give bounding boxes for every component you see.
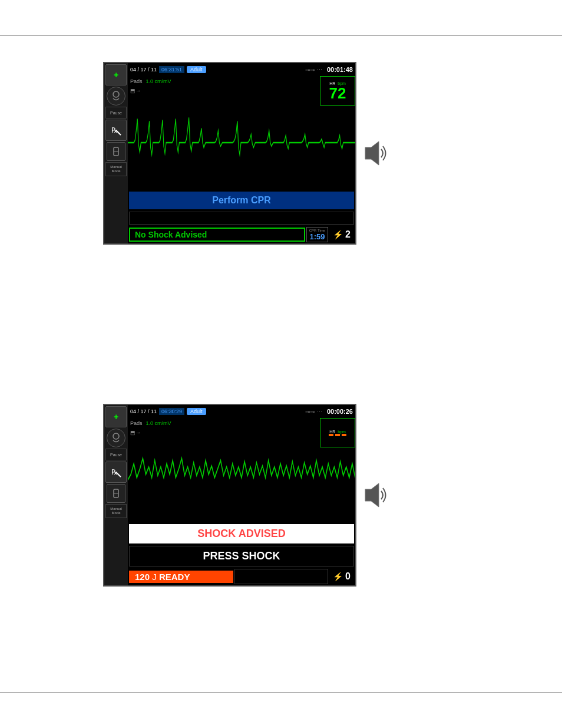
shock-count-1: 2	[345, 229, 351, 240]
svg-point-0	[113, 91, 119, 97]
circle-button-1[interactable]	[107, 87, 125, 106]
ready-label: READY	[159, 572, 190, 582]
date-2: 04 / 17 / 11	[130, 409, 157, 414]
ecg-waveform-1	[128, 95, 355, 190]
lead-info-2: Pads 1.0 cm/mV HR bpm	[128, 418, 355, 429]
pause-button-1[interactable]: Pause	[105, 107, 127, 118]
hr-dashes-2	[329, 434, 346, 436]
shock-advised-msg: SHOCK ADVISED	[129, 524, 354, 543]
left-sidebar-2: + Pause ℞ Manual Mode	[104, 405, 128, 585]
speaker-icon-2	[362, 480, 389, 510]
wifi-icon-2: ⊸⊸	[305, 409, 315, 415]
status-bar-1: 04 / 17 / 11 06:31:51 Adult ⊸⊸ ⋯ 00:01:4…	[128, 63, 355, 76]
cpr-message-1: Perform CPR	[129, 192, 354, 209]
joules-unit: J	[152, 572, 157, 582]
bottom-bar-1: No Shock Advised CPR Time 1:59 ⚡ 2	[128, 226, 355, 243]
elapsed-2: 00:00:26	[327, 408, 353, 415]
signal-dots-2: ⋯	[317, 409, 322, 414]
empty-bar-1	[129, 212, 354, 225]
ecg-area-2	[128, 437, 355, 523]
rx-button-1[interactable]: ℞	[105, 120, 127, 141]
lead-label-2: Pads	[130, 420, 143, 426]
svg-marker-11	[365, 483, 379, 507]
manual-mode-button-2[interactable]: Manual Mode	[105, 504, 127, 518]
main-display-2: 04 / 17 / 11 06:30:29 Adult ⊸⊸ ⋯ 00:00:2…	[128, 405, 355, 585]
cpr-time-box-1: CPR Time 1:59	[306, 227, 328, 242]
ready-box-2: 120 J READY	[129, 571, 233, 583]
printer-icon-2: ⬒→	[130, 430, 141, 436]
hr-dash-3	[342, 434, 346, 436]
printer-icon-1: ⬒→	[130, 88, 141, 94]
mode-2: Adult	[187, 408, 206, 415]
time-2: 06:30:29	[159, 408, 184, 415]
shock-count-box-1: ⚡ 2	[329, 229, 354, 240]
lightning-icon-2: ⚡	[333, 572, 343, 581]
lead-label-1: Pads	[130, 78, 143, 84]
speaker-2	[362, 480, 389, 510]
joules-value: 120	[135, 572, 150, 582]
shock-count-2: 0	[345, 571, 351, 582]
drug-button-2[interactable]	[107, 484, 125, 503]
device1-container: + Pause ℞ Manual Mode	[103, 62, 389, 245]
svg-point-6	[113, 433, 119, 439]
device2-container: + Pause ℞ Manual Mode	[103, 404, 389, 587]
hr-dash-1	[329, 434, 333, 436]
mode-1: Adult	[187, 66, 206, 73]
hr-label-2: HR	[329, 430, 335, 434]
ecg-area-1	[128, 95, 355, 190]
elapsed-1: 00:01:48	[327, 66, 353, 73]
left-sidebar-1: + Pause ℞ Manual Mode	[104, 63, 128, 243]
ecg-waveform-2	[128, 437, 355, 523]
manual-mode-button-1[interactable]: Manual Mode	[105, 162, 127, 176]
aed-screen-1: + Pause ℞ Manual Mode	[103, 62, 356, 245]
bottom-divider	[0, 692, 562, 693]
shock-count-box-2: ⚡ 0	[329, 571, 354, 582]
lightning-icon-1: ⚡	[333, 230, 343, 239]
aed-screen-2: + Pause ℞ Manual Mode	[103, 404, 356, 587]
plus-button-2[interactable]: +	[105, 406, 127, 427]
status-bar-2: 04 / 17 / 11 06:30:29 Adult ⊸⊸ ⋯ 00:00:2…	[128, 405, 355, 418]
time-1: 06:31:51	[159, 66, 184, 73]
circle-button-2[interactable]	[107, 429, 125, 447]
lead-info-1: Pads 1.0 cm/mV HR bpm 72	[128, 76, 355, 87]
signal-dots-1: ⋯	[317, 67, 322, 73]
ready-bar-2: 120 J READY ⚡ 0	[128, 568, 355, 585]
rx-button-2[interactable]: ℞	[105, 462, 127, 483]
plus-button-1[interactable]: +	[105, 64, 127, 85]
speaker-icon-1	[362, 139, 389, 168]
hr-dash-2	[335, 434, 340, 436]
no-shock-box-1: No Shock Advised	[129, 228, 305, 242]
empty-shock-box-2	[234, 569, 328, 584]
press-shock-msg: PRESS SHOCK	[129, 546, 354, 566]
main-display-1: 04 / 17 / 11 06:31:51 Adult ⊸⊸ ⋯ 00:01:4…	[128, 63, 355, 243]
lead-gain-2: 1.0 cm/mV	[146, 420, 171, 426]
bpm-label-2: bpm	[338, 430, 346, 434]
cpr-time-value-1: 1:59	[309, 232, 325, 241]
date-1: 04 / 17 / 11	[130, 67, 157, 73]
drug-button-1[interactable]	[107, 142, 125, 161]
top-divider	[0, 35, 562, 36]
svg-marker-5	[365, 141, 379, 165]
wifi-icon-1: ⊸⊸	[305, 67, 315, 73]
speaker-1	[362, 139, 389, 168]
lead-gain-1: 1.0 cm/mV	[146, 78, 171, 84]
pause-button-2[interactable]: Pause	[105, 449, 127, 460]
